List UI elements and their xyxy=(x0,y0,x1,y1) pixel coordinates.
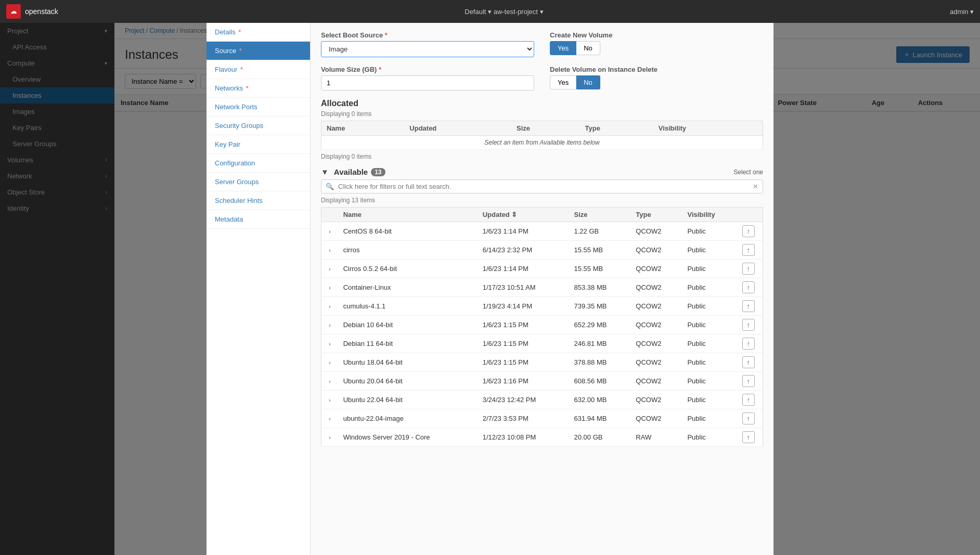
row-expand-button[interactable]: › xyxy=(327,396,333,404)
create-volume-toggle: Yes No xyxy=(550,41,763,55)
step-nav-key-pair[interactable]: Key Pair xyxy=(207,135,310,154)
item-allocate: ↑ xyxy=(737,409,763,428)
item-updated: 1/6/23 1:14 PM xyxy=(478,222,569,241)
volume-size-input[interactable] xyxy=(321,75,534,91)
expand-cell: › xyxy=(321,391,338,409)
allocate-button[interactable]: ↑ xyxy=(742,281,755,293)
project-switcher[interactable]: Default ▾ aw-test-project ▾ xyxy=(465,8,543,16)
item-size: 608.56 MB xyxy=(569,372,631,391)
step-nav-networks[interactable]: Networks * xyxy=(207,79,310,98)
row-expand-button[interactable]: › xyxy=(327,302,333,311)
allocate-button[interactable]: ↑ xyxy=(742,431,755,443)
navbar-right: admin ▾ xyxy=(950,8,974,16)
row-expand-button[interactable]: › xyxy=(327,321,333,329)
item-allocate: ↑ xyxy=(737,316,763,334)
step-nav-server-groups[interactable]: Server Groups xyxy=(207,173,310,191)
step-nav-flavor[interactable]: Flavour * xyxy=(207,60,310,79)
collapse-arrow-icon[interactable]: ▼ xyxy=(321,167,329,176)
openstack-logo: ☁ xyxy=(6,4,21,19)
allocate-button[interactable]: ↑ xyxy=(742,394,755,406)
allocate-button[interactable]: ↑ xyxy=(742,263,755,275)
item-updated: 1/6/23 1:14 PM xyxy=(478,260,569,278)
item-name: Container-Linux xyxy=(338,278,478,297)
item-type: QCOW2 xyxy=(630,372,682,391)
item-type: QCOW2 xyxy=(630,391,682,409)
step-nav-details[interactable]: Details * xyxy=(207,23,310,42)
row-expand-button[interactable]: › xyxy=(327,377,333,385)
allocate-button[interactable]: ↑ xyxy=(742,225,755,237)
row-expand-button[interactable]: › xyxy=(327,433,333,442)
item-size: 632.00 MB xyxy=(569,391,631,409)
item-updated: 3/24/23 12:42 PM xyxy=(478,391,569,409)
item-name: ubuntu-22.04-image xyxy=(338,409,478,428)
navbar-center[interactable]: Default ▾ aw-test-project ▾ xyxy=(465,8,543,16)
allocate-button[interactable]: ↑ xyxy=(742,244,755,256)
avail-col-name[interactable]: Name xyxy=(338,208,478,222)
create-volume-label: Create New Volume xyxy=(550,31,763,39)
brand-name: openstack xyxy=(25,7,58,16)
row-expand-button[interactable]: › xyxy=(327,227,333,236)
avail-col-size[interactable]: Size xyxy=(569,208,631,222)
table-row: › Container-Linux 1/17/23 10:51 AM 853.3… xyxy=(321,278,763,297)
row-expand-button[interactable]: › xyxy=(327,340,333,348)
item-updated: 1/6/23 1:15 PM xyxy=(478,353,569,372)
delete-on-delete-group: Delete Volume on Instance Delete Yes No xyxy=(550,66,763,91)
item-name: cumulus-4.1.1 xyxy=(338,297,478,316)
item-visibility: Public xyxy=(682,297,737,316)
modal-content-area: Select Boot Source * Image Instance Snap… xyxy=(311,23,773,555)
item-visibility: Public xyxy=(682,316,737,334)
alloc-col-type: Type xyxy=(580,121,653,136)
expand-cell: › xyxy=(321,409,338,428)
row-expand-button[interactable]: › xyxy=(327,358,333,367)
delete-on-delete-no-button[interactable]: No xyxy=(576,75,600,89)
item-visibility: Public xyxy=(682,428,737,447)
step-nav-network-ports[interactable]: Network Ports xyxy=(207,98,310,117)
avail-col-updated[interactable]: Updated ⇕ xyxy=(478,208,569,222)
available-search-input[interactable] xyxy=(338,180,749,193)
step-nav-scheduler-hints[interactable]: Scheduler Hints xyxy=(207,191,310,210)
allocate-button[interactable]: ↑ xyxy=(742,356,755,368)
table-row: › Windows Server 2019 - Core 1/12/23 10:… xyxy=(321,428,763,447)
item-type: QCOW2 xyxy=(630,241,682,260)
step-nav-source[interactable]: Source * xyxy=(207,42,310,60)
item-allocate: ↑ xyxy=(737,391,763,409)
table-row: › cumulus-4.1.1 1/19/23 4:14 PM 739.35 M… xyxy=(321,297,763,316)
create-volume-yes-button[interactable]: Yes xyxy=(550,41,576,55)
delete-on-delete-yes-button[interactable]: Yes xyxy=(550,75,576,89)
select-one-button[interactable]: Select one xyxy=(733,169,763,176)
search-clear-icon[interactable]: ✕ xyxy=(749,180,763,193)
allocate-button[interactable]: ↑ xyxy=(742,338,755,350)
alloc-col-name: Name xyxy=(321,121,405,136)
boot-source-label: Select Boot Source * xyxy=(321,31,534,39)
available-search-row: 🔍 ✕ xyxy=(321,179,763,193)
item-visibility: Public xyxy=(682,334,737,353)
step-nav-metadata[interactable]: Metadata xyxy=(207,210,310,229)
table-row: › cirros 6/14/23 2:32 PM 15.55 MB QCOW2 … xyxy=(321,241,763,260)
allocate-button[interactable]: ↑ xyxy=(742,412,755,424)
row-expand-button[interactable]: › xyxy=(327,415,333,423)
avail-col-visibility[interactable]: Visibility xyxy=(682,208,737,222)
item-allocate: ↑ xyxy=(737,260,763,278)
volume-size-group: Volume Size (GB) * xyxy=(321,66,534,91)
allocate-button[interactable]: ↑ xyxy=(742,300,755,312)
item-name: CentOS 8 64-bit xyxy=(338,222,478,241)
item-size: 853.38 MB xyxy=(569,278,631,297)
item-size: 15.55 MB xyxy=(569,260,631,278)
item-size: 739.35 MB xyxy=(569,297,631,316)
user-menu[interactable]: admin ▾ xyxy=(950,8,974,16)
modal-overlay: Details * Source * Flavour * Networks * … xyxy=(0,0,980,555)
row-expand-button[interactable]: › xyxy=(327,283,333,292)
row-expand-button[interactable]: › xyxy=(327,246,333,254)
row-expand-button[interactable]: › xyxy=(327,265,333,273)
avail-col-type[interactable]: Type xyxy=(630,208,682,222)
expand-cell: › xyxy=(321,222,338,241)
step-nav-security-groups[interactable]: Security Groups xyxy=(207,117,310,135)
allocate-button[interactable]: ↑ xyxy=(742,375,755,387)
item-name: Ubuntu 20.04 64-bit xyxy=(338,372,478,391)
item-name: Ubuntu 22.04 64-bit xyxy=(338,391,478,409)
step-nav-configuration[interactable]: Configuration xyxy=(207,154,310,173)
item-allocate: ↑ xyxy=(737,428,763,447)
create-volume-no-button[interactable]: No xyxy=(576,41,600,55)
boot-source-select[interactable]: Image Instance Snapshot Volume Volume Sn… xyxy=(321,41,534,57)
allocate-button[interactable]: ↑ xyxy=(742,319,755,331)
